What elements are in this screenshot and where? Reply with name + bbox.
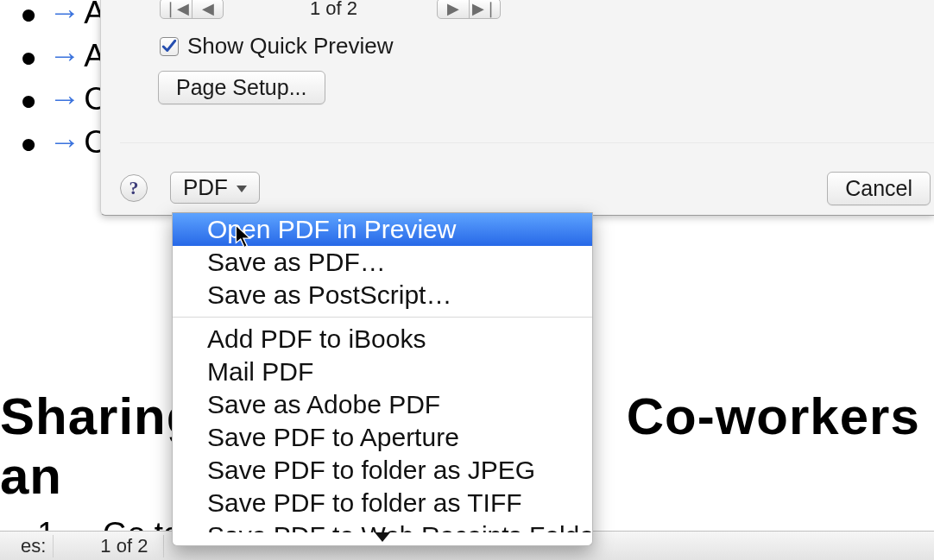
statusbar-page-count: 1 of 2 [85,535,164,557]
pdf-dropdown-menu[interactable]: Open PDF in Preview Save as PDF… Save as… [172,212,593,546]
tab-arrow-icon: → [48,0,80,30]
prev-page-icon[interactable]: ◀ [192,0,223,18]
preview-pager: ❘◀ ◀ 1 of 2 ▶ ▶❘ [160,0,934,20]
menu-item-save-pdf-to-aperture[interactable]: Save PDF to Aperture [173,421,592,454]
pager-count: 1 of 2 [310,0,357,20]
chevron-down-icon [375,532,390,542]
statusbar-prefix: es: [5,535,54,557]
cursor-icon [235,224,254,250]
pdf-dropdown-button[interactable]: PDF [170,172,260,204]
show-quick-preview-checkbox[interactable]: Show Quick Preview [160,33,393,60]
menu-item-save-as-postscript[interactable]: Save as PostScript… [173,279,592,311]
cancel-button[interactable]: Cancel [827,172,931,205]
last-page-icon[interactable]: ▶❘ [469,0,500,18]
page-setup-button[interactable]: Page Setup... [158,71,325,104]
tab-arrow-icon: → [48,124,80,160]
menu-item-save-pdf-web-receipts[interactable]: Save PDF to Web Receipts Folder [173,519,592,532]
pager-next-group[interactable]: ▶ ▶❘ [437,0,501,19]
first-page-icon[interactable]: ❘◀ [161,0,192,18]
menu-item-save-pdf-folder-jpeg[interactable]: Save PDF to folder as JPEG [173,454,592,487]
menu-divider [173,317,592,318]
menu-item-save-as-adobe-pdf[interactable]: Save as Adobe PDF [173,388,592,421]
pager-prev-group[interactable]: ❘◀ ◀ [160,0,224,19]
pdf-dropdown-label: PDF [183,174,228,201]
next-page-icon[interactable]: ▶ [438,0,469,18]
tab-arrow-icon: → [48,81,80,116]
menu-scroll-down-indicator[interactable] [173,532,592,545]
chevron-down-icon [237,186,247,192]
help-icon: ? [129,177,139,199]
show-quick-preview-label: Show Quick Preview [187,33,393,60]
checkbox-checked-icon[interactable] [160,37,179,56]
tab-arrow-icon: → [48,38,80,73]
menu-item-save-as-pdf[interactable]: Save as PDF… [173,246,592,279]
sheet-separator [120,142,934,143]
menu-item-save-pdf-folder-tiff[interactable]: Save PDF to folder as TIFF [173,487,592,519]
menu-item-mail-pdf[interactable]: Mail PDF [173,356,592,388]
print-dialog-sheet: ❘◀ ◀ 1 of 2 ▶ ▶❘ Show Quick Preview Page… [100,0,934,216]
help-button[interactable]: ? [120,174,148,202]
menu-item-add-pdf-to-ibooks[interactable]: Add PDF to iBooks [173,323,592,356]
